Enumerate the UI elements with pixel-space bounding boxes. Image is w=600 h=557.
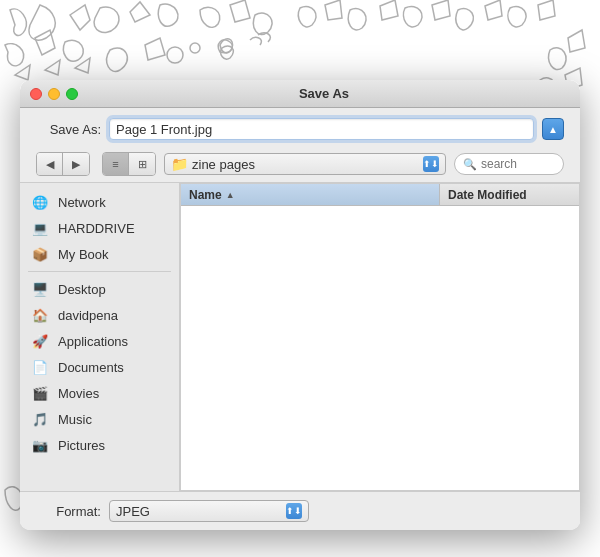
sidebar-item-label-documents: Documents — [58, 360, 124, 375]
minimize-button[interactable] — [48, 88, 60, 100]
sidebar-item-label-movies: Movies — [58, 386, 99, 401]
forward-button[interactable]: ▶ — [63, 153, 89, 175]
sidebar-item-label-applications: Applications — [58, 334, 128, 349]
sidebar-item-pictures[interactable]: 📷 Pictures — [20, 432, 179, 458]
sidebar-item-applications[interactable]: 🚀 Applications — [20, 328, 179, 354]
maximize-button[interactable] — [66, 88, 78, 100]
back-button[interactable]: ◀ — [37, 153, 63, 175]
format-value: JPEG — [116, 504, 282, 519]
save-as-row: Save As: ▲ — [20, 108, 580, 148]
applications-icon: 🚀 — [30, 331, 50, 351]
sidebar-item-label-harddrive: HARDDRIVE — [58, 221, 135, 236]
sidebar-item-documents[interactable]: 📄 Documents — [20, 354, 179, 380]
traffic-lights — [30, 88, 78, 100]
desktop-icon: 🖥️ — [30, 279, 50, 299]
sidebar-item-label-desktop: Desktop — [58, 282, 106, 297]
svg-point-0 — [167, 47, 183, 63]
list-view-button[interactable]: ≡ — [103, 153, 129, 175]
toolbar-row: ◀ ▶ ≡ ⊞ 📁 zine pages ⬆⬇ 🔍 — [20, 148, 580, 182]
sidebar-item-label-network: Network — [58, 195, 106, 210]
music-icon: 🎵 — [30, 409, 50, 429]
view-buttons: ≡ ⊞ — [102, 152, 156, 176]
location-label: zine pages — [192, 157, 419, 172]
folder-icon: 📁 — [171, 156, 188, 172]
sidebar-item-label-pictures: Pictures — [58, 438, 105, 453]
sidebar-item-label-davidpena: davidpena — [58, 308, 118, 323]
mybook-icon: 📦 — [30, 244, 50, 264]
dialog-body: Save As: ▲ ◀ ▶ ≡ ⊞ — [20, 108, 580, 530]
search-input[interactable] — [481, 157, 551, 171]
location-dropdown-arrow: ⬆⬇ — [423, 156, 439, 172]
filename-input[interactable] — [109, 118, 534, 140]
expand-button[interactable]: ▲ — [542, 118, 564, 140]
search-icon: 🔍 — [463, 158, 477, 171]
harddrive-icon: 💻 — [30, 218, 50, 238]
name-column-header[interactable]: Name ▲ — [181, 184, 439, 205]
file-list-area: Name ▲ Date Modified — [180, 183, 580, 491]
format-dropdown[interactable]: JPEG ⬆⬇ — [109, 500, 309, 522]
sidebar-item-movies[interactable]: 🎬 Movies — [20, 380, 179, 406]
sidebar-divider-1 — [28, 271, 171, 272]
nav-buttons: ◀ ▶ — [36, 152, 90, 176]
sidebar-item-network[interactable]: 🌐 Network — [20, 189, 179, 215]
sidebar-item-harddrive[interactable]: 💻 HARDDRIVE — [20, 215, 179, 241]
sidebar-item-label-mybook: My Book — [58, 247, 109, 262]
location-dropdown[interactable]: 📁 zine pages ⬆⬇ — [164, 153, 446, 175]
column-view-button[interactable]: ⊞ — [129, 153, 155, 175]
save-as-label: Save As: — [36, 122, 101, 137]
sidebar-item-davidpena[interactable]: 🏠 davidpena — [20, 302, 179, 328]
format-label: Format: — [36, 504, 101, 519]
sidebar-item-mybook[interactable]: 📦 My Book — [20, 241, 179, 267]
documents-icon: 📄 — [30, 357, 50, 377]
pictures-icon: 📷 — [30, 435, 50, 455]
sidebar-item-desktop[interactable]: 🖥️ Desktop — [20, 276, 179, 302]
dialog-titlebar: Save As — [20, 80, 580, 108]
sidebar-item-label-music: Music — [58, 412, 92, 427]
date-modified-column-header[interactable]: Date Modified — [439, 184, 579, 205]
network-icon: 🌐 — [30, 192, 50, 212]
user-home-icon: 🏠 — [30, 305, 50, 325]
dialog-title: Save As — [78, 86, 570, 101]
sort-arrow-icon: ▲ — [226, 190, 235, 200]
main-content: 🌐 Network 💻 HARDDRIVE 📦 My Book 🖥️ Deskt… — [20, 182, 580, 491]
file-list-header: Name ▲ Date Modified — [181, 184, 579, 206]
format-row: Format: JPEG ⬆⬇ — [20, 491, 580, 530]
format-dropdown-arrow: ⬆⬇ — [286, 503, 302, 519]
save-as-dialog: Save As Save As: ▲ ◀ ▶ ≡ — [20, 80, 580, 530]
svg-point-1 — [190, 43, 200, 53]
close-button[interactable] — [30, 88, 42, 100]
sidebar: 🌐 Network 💻 HARDDRIVE 📦 My Book 🖥️ Deskt… — [20, 183, 180, 491]
sidebar-item-music[interactable]: 🎵 Music — [20, 406, 179, 432]
search-box: 🔍 — [454, 153, 564, 175]
movies-icon: 🎬 — [30, 383, 50, 403]
file-list-body — [181, 206, 579, 406]
